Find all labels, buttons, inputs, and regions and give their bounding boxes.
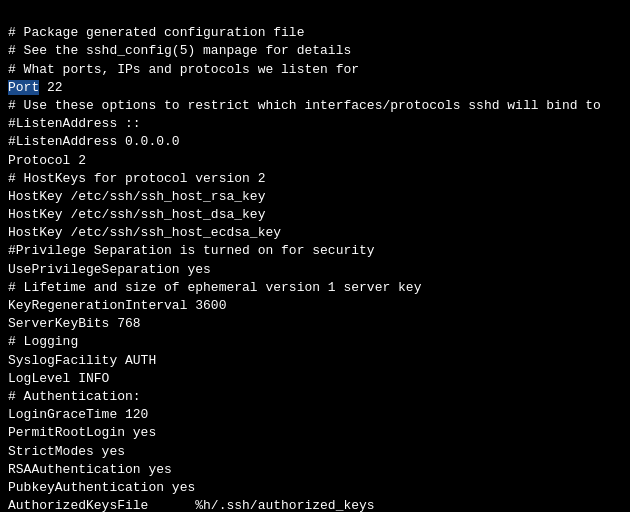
- code-line: HostKey /etc/ssh/ssh_host_dsa_key: [8, 206, 622, 224]
- code-line: # Authentication:: [8, 388, 622, 406]
- code-content: # Package generated configuration file# …: [8, 6, 622, 512]
- code-line: LoginGraceTime 120: [8, 406, 622, 424]
- code-line: # HostKeys for protocol version 2: [8, 170, 622, 188]
- code-line: # See the sshd_config(5) manpage for det…: [8, 42, 622, 60]
- code-line: RSAAuthentication yes: [8, 461, 622, 479]
- code-line: #ListenAddress 0.0.0.0: [8, 133, 622, 151]
- code-line: SyslogFacility AUTH: [8, 352, 622, 370]
- code-line: # Use these options to restrict which in…: [8, 97, 622, 115]
- code-line: StrictModes yes: [8, 443, 622, 461]
- code-line: ServerKeyBits 768: [8, 315, 622, 333]
- code-line: # Lifetime and size of ephemeral version…: [8, 279, 622, 297]
- code-line: #ListenAddress ::: [8, 115, 622, 133]
- code-line: # Logging: [8, 333, 622, 351]
- code-line: PubkeyAuthentication yes: [8, 479, 622, 497]
- code-line: AuthorizedKeysFile %h/.ssh/authorized_ke…: [8, 497, 622, 512]
- code-line: Port 22: [8, 79, 622, 97]
- code-line: PermitRootLogin yes: [8, 424, 622, 442]
- code-line: LogLevel INFO: [8, 370, 622, 388]
- code-line: UsePrivilegeSeparation yes: [8, 261, 622, 279]
- code-line: HostKey /etc/ssh/ssh_host_rsa_key: [8, 188, 622, 206]
- code-line: # What ports, IPs and protocols we liste…: [8, 61, 622, 79]
- code-line: HostKey /etc/ssh/ssh_host_ecdsa_key: [8, 224, 622, 242]
- highlighted-text: Port: [8, 80, 39, 95]
- code-line: # Package generated configuration file: [8, 24, 622, 42]
- code-line: KeyRegenerationInterval 3600: [8, 297, 622, 315]
- code-line: #Privilege Separation is turned on for s…: [8, 242, 622, 260]
- code-line: Protocol 2: [8, 152, 622, 170]
